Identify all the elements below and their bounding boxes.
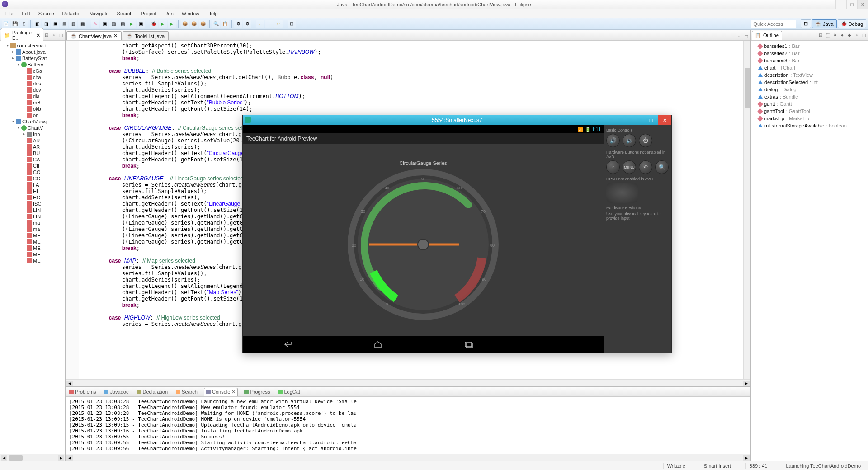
power-button[interactable]: ⏻ — [639, 134, 652, 147]
outline-item[interactable]: gantt : Gantt — [753, 100, 866, 108]
tree-node[interactable]: ▾ChartView.j — [2, 118, 65, 125]
new-icon[interactable]: 📄 — [2, 20, 10, 28]
menu-icon[interactable]: ⋮ — [553, 340, 564, 348]
tree-node[interactable]: ▾com.steema.t — [2, 42, 65, 49]
package-tree[interactable]: ▾com.steema.t▸About.java▸BatteryStat▾Bat… — [0, 41, 65, 454]
tb-icon[interactable]: ▥ — [109, 20, 118, 28]
menu-button[interactable]: MENU — [623, 160, 636, 174]
tree-node[interactable]: ISC — [2, 201, 65, 207]
emulator-window[interactable]: 5554:SmallerNexus7 — □ ✕ 📶 🔋 1:11 TeeCha… — [242, 115, 672, 353]
tb-icon[interactable]: 📦 — [199, 20, 207, 28]
debug-perspective[interactable]: 🐞 Debug — [838, 19, 866, 28]
emu-minimize-button[interactable]: — — [631, 115, 644, 125]
emulator-titlebar[interactable]: 5554:SmallerNexus7 — □ ✕ — [243, 115, 671, 125]
tb-icon[interactable]: ⚙ — [234, 20, 242, 28]
bottom-tab[interactable]: Console ✕ — [204, 388, 238, 396]
outline-item[interactable]: barseries2 : Bar — [753, 50, 866, 57]
tree-node[interactable]: ▸Inp — [2, 131, 65, 137]
tree-node[interactable]: mB — [2, 99, 65, 106]
menu-window[interactable]: Window — [178, 10, 203, 17]
tb-icon[interactable]: ▶ — [168, 20, 176, 28]
minimize-icon[interactable]: ▫ — [736, 33, 742, 39]
editor-tab[interactable]: ☕ ChartView.java ✕ — [66, 31, 122, 40]
outline-tree[interactable]: barseries1 : Barbarseries2 : Barbarserie… — [751, 41, 868, 461]
tb-icon[interactable]: ▶ — [127, 20, 136, 28]
menu-file[interactable]: File — [2, 10, 17, 17]
bottom-tab[interactable]: Search — [174, 388, 199, 395]
tree-node[interactable]: CO — [2, 175, 65, 182]
tb-icon[interactable]: ◧ — [33, 20, 41, 28]
menu-search[interactable]: Search — [113, 10, 137, 17]
maximize-icon[interactable]: ◻ — [743, 33, 750, 39]
tree-node[interactable]: LIN — [2, 207, 65, 213]
scroll-left-icon[interactable]: ◀ — [1, 455, 7, 461]
outline-item[interactable]: barseries3 : Bar — [753, 57, 866, 64]
tb-icon[interactable]: ▦ — [78, 20, 86, 28]
tb-icon[interactable]: ⚙ — [243, 20, 251, 28]
tb-icon[interactable]: ⊟ — [288, 20, 296, 28]
back-icon[interactable]: ← — [256, 20, 264, 28]
tb-icon[interactable]: 🔍 — [212, 20, 220, 28]
tb-icon[interactable]: ▤ — [118, 20, 127, 28]
bottom-tab[interactable]: LogCat — [276, 388, 302, 395]
tree-node[interactable]: AR — [2, 137, 65, 144]
tree-node[interactable]: cha — [2, 74, 65, 80]
outline-item[interactable]: barseries1 : Bar — [753, 42, 866, 50]
menu-refactor[interactable]: Refactor — [59, 10, 85, 17]
run-icon[interactable]: ▶ — [159, 20, 167, 28]
tb-icon[interactable]: ▣ — [51, 20, 59, 28]
tree-node[interactable]: dia — [2, 93, 65, 99]
console-output[interactable]: [2015-01-23 13:08:28 - TeeChartAndroidDe… — [66, 397, 750, 454]
tb-icon[interactable]: ▣ — [137, 20, 145, 28]
scroll-thumb[interactable] — [9, 455, 23, 461]
tb-icon[interactable]: ◨ — [42, 20, 50, 28]
tb-icon[interactable]: ▤ — [60, 20, 68, 28]
tree-node[interactable]: on — [2, 112, 65, 118]
tree-node[interactable]: ▸BatteryStat — [2, 55, 65, 61]
view-icon[interactable]: ✕ — [832, 32, 838, 38]
tb-icon[interactable]: 📋 — [221, 20, 229, 28]
outline-item[interactable]: descriptionSelected : int — [753, 79, 866, 86]
tree-node[interactable]: cGa — [2, 68, 65, 74]
fwd-icon[interactable]: → — [265, 20, 274, 28]
menu-edit[interactable]: Edit — [18, 10, 34, 17]
editor-h-scrollbar[interactable]: ◀ ▶ — [66, 379, 750, 386]
tree-node[interactable]: ▾Battery — [2, 61, 65, 68]
saveall-icon[interactable]: ⎘ — [20, 20, 28, 28]
menu-project[interactable]: Project — [137, 10, 160, 17]
tree-node[interactable]: ME — [2, 232, 65, 239]
bottom-tab[interactable]: Javadoc — [102, 388, 130, 395]
console-h-scrollbar[interactable]: ◀ ▶ — [66, 454, 750, 461]
home-icon[interactable] — [373, 340, 383, 348]
tree-node[interactable]: ma — [2, 220, 65, 226]
tb-icon[interactable]: ✎ — [91, 20, 99, 28]
tree-node[interactable]: AR — [2, 144, 65, 150]
menu-source[interactable]: Source — [35, 10, 58, 17]
back-button[interactable]: ↶ — [639, 160, 652, 174]
menu-run[interactable]: Run — [161, 10, 177, 17]
view-menu-icon[interactable]: ⊟ — [43, 32, 50, 38]
outline-item[interactable]: ganttTool : GanttTool — [753, 108, 866, 115]
tree-node[interactable]: ▸About.java — [2, 49, 65, 55]
minimize-button[interactable]: — — [835, 0, 846, 9]
dpad[interactable] — [606, 183, 638, 203]
debug-icon[interactable]: 🐞 — [150, 20, 158, 28]
view-icon[interactable]: ◆ — [846, 32, 853, 38]
open-perspective-button[interactable]: ⊞ — [801, 19, 811, 28]
tree-node[interactable]: ME — [2, 258, 65, 264]
home-button[interactable]: ⌂ — [606, 160, 620, 174]
search-button[interactable]: 🔍 — [655, 160, 669, 174]
scroll-right-icon[interactable]: ▶ — [58, 455, 64, 461]
tree-node[interactable]: ME — [2, 239, 65, 245]
recent-icon[interactable] — [463, 340, 474, 348]
tree-node[interactable]: BU — [2, 150, 65, 156]
tb-icon[interactable]: 📦 — [181, 20, 189, 28]
tree-node[interactable]: ME — [2, 245, 65, 251]
bottom-tab[interactable]: Progress — [242, 388, 272, 395]
emu-close-button[interactable]: ✕ — [658, 115, 671, 125]
view-icon[interactable]: ⊟ — [817, 32, 824, 38]
tree-node[interactable]: dev — [2, 87, 65, 93]
tree-node[interactable]: CO — [2, 169, 65, 175]
minimize-icon[interactable]: ▫ — [51, 32, 57, 38]
tb-icon[interactable]: ↩ — [274, 20, 283, 28]
